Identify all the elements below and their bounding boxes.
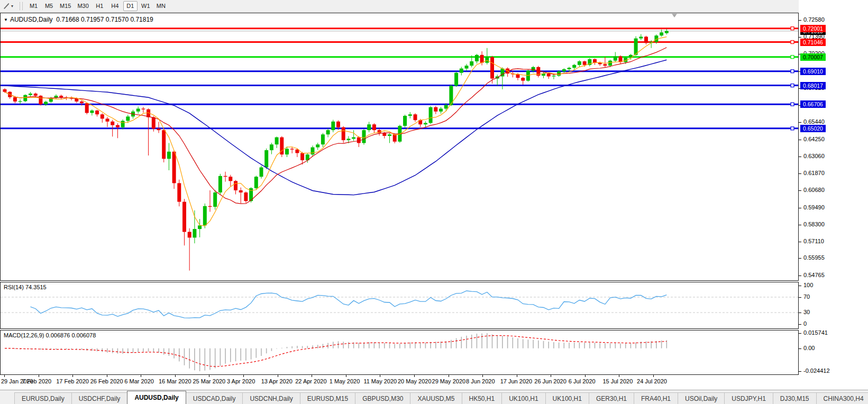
chart-tab-AUDUSD-Daily[interactable]: AUDUSD,Daily bbox=[127, 391, 186, 404]
date-axis[interactable]: 29 Jan 20207 Feb 202017 Feb 202026 Feb 2… bbox=[0, 375, 799, 390]
timeframe-button-M30[interactable]: M30 bbox=[75, 1, 91, 11]
axis-tick bbox=[799, 348, 801, 349]
axis-tick bbox=[799, 324, 801, 325]
timeframe-button-H4[interactable]: H4 bbox=[108, 1, 122, 11]
date-tick-label: 22 Apr 2020 bbox=[295, 378, 326, 384]
date-tick-label: 26 Feb 2020 bbox=[90, 378, 123, 384]
price-chart-panel[interactable] bbox=[0, 13, 799, 281]
date-tick bbox=[39, 375, 39, 377]
price-tick-label: 0.63060 bbox=[803, 153, 825, 159]
price-tick-label: 0.58300 bbox=[803, 221, 825, 227]
toolbar-grip-handle[interactable] bbox=[20, 2, 23, 10]
price-tick-label: 0.60680 bbox=[803, 187, 825, 193]
timeframe-button-M5[interactable]: M5 bbox=[42, 1, 56, 11]
axis-tick bbox=[799, 258, 801, 259]
price-tick-label: 100 bbox=[803, 282, 813, 288]
date-tick-label: 29 May 2020 bbox=[432, 378, 466, 384]
chart-tab-GER30-H1[interactable]: GER30,H1 bbox=[589, 392, 634, 404]
date-tick bbox=[585, 375, 586, 377]
date-tick-label: 1 May 2020 bbox=[330, 378, 360, 384]
timeframe-button-D1[interactable]: D1 bbox=[123, 1, 138, 11]
axis-tick bbox=[799, 208, 801, 208]
date-tick-label: 15 Jul 2020 bbox=[602, 378, 633, 384]
chart-tab-USDCHF-Daily[interactable]: USDCHF,Daily bbox=[71, 392, 128, 404]
chart-shift-marker-icon[interactable] bbox=[672, 14, 677, 17]
chart-tab-CHINA300-H4[interactable]: CHINA300,H4 bbox=[816, 392, 868, 404]
date-tick bbox=[517, 375, 517, 377]
axis-tick bbox=[799, 297, 801, 298]
chart-tab-FRA40-H1[interactable]: FRA40,H1 bbox=[634, 392, 678, 404]
hline-price-label: 0.72001 bbox=[800, 25, 826, 32]
macd-indicator-panel[interactable] bbox=[0, 330, 799, 375]
chevron-down-icon[interactable]: ▾ bbox=[11, 4, 13, 8]
hline-price-label: 0.65020 bbox=[800, 125, 826, 132]
hline-price-label: 0.68017 bbox=[800, 82, 826, 89]
timeframe-button-M1[interactable]: M1 bbox=[26, 1, 41, 11]
price-tick-label: 0.64250 bbox=[803, 136, 825, 142]
date-tick bbox=[449, 375, 449, 377]
axis-tick bbox=[799, 225, 801, 225]
price-tick-label: 0 bbox=[803, 320, 807, 327]
macd-label: MACD(12,26,9) 0.006876 0.006078 bbox=[4, 332, 96, 338]
chart-tab-UK100-H1[interactable]: UK100,H1 bbox=[501, 392, 545, 404]
macd-chart[interactable] bbox=[1, 330, 798, 374]
price-tick-label: 0.55955 bbox=[803, 254, 825, 261]
chart-title: ▼AUDUSD,Daily 0.71668 0.71957 0.71570 0.… bbox=[4, 16, 153, 23]
date-tick bbox=[4, 375, 5, 377]
chart-menu-icon[interactable]: ▼ bbox=[4, 17, 8, 22]
date-tick-label: 7 Feb 2020 bbox=[22, 378, 52, 384]
price-tick-label: 0.57110 bbox=[803, 238, 824, 244]
draw-tool-button[interactable]: ▾ bbox=[0, 0, 15, 12]
date-tick-label: 8 Jun 2020 bbox=[466, 378, 495, 384]
chart-tab-USDJPY-H1[interactable]: USDJPY,H1 bbox=[724, 392, 773, 404]
date-tick bbox=[414, 375, 415, 377]
price-tick-label: 30 bbox=[803, 309, 810, 315]
axis-tick bbox=[799, 276, 801, 276]
chart-tab-EURUSD-M15[interactable]: EURUSD,M15 bbox=[300, 392, 355, 404]
timeframe-button-W1[interactable]: W1 bbox=[139, 1, 153, 11]
price-axis[interactable]: 0.725800.713900.702000.690100.678200.666… bbox=[799, 0, 868, 404]
axis-tick bbox=[799, 190, 801, 191]
axis-tick bbox=[799, 173, 801, 174]
date-tick bbox=[482, 375, 483, 377]
chart-tab-DJ30-M15[interactable]: DJ30,M15 bbox=[773, 392, 817, 404]
axis-tick bbox=[799, 37, 801, 38]
date-tick-label: 16 Mar 2020 bbox=[159, 378, 191, 384]
hline-price-label: 0.69010 bbox=[800, 68, 826, 75]
price-tick-label: -0.024412 bbox=[803, 368, 830, 374]
rsi-name: RSI(14) bbox=[4, 284, 24, 290]
chart-tab-USDCAD-Daily[interactable]: USDCAD,Daily bbox=[186, 392, 243, 404]
date-tick bbox=[72, 375, 73, 377]
chart-tab-EURUSD-Daily[interactable]: EURUSD,Daily bbox=[14, 392, 72, 404]
timeframe-button-MN[interactable]: MN bbox=[154, 1, 168, 11]
chart-tab-bar: EURUSD,DailyUSDCHF,DailyAUDUSD,DailyUSDC… bbox=[0, 390, 868, 404]
macd-values: 0.006876 0.006078 bbox=[45, 332, 96, 338]
timeframe-button-M15[interactable]: M15 bbox=[57, 1, 74, 11]
date-tick bbox=[551, 375, 551, 377]
chart-tab-HK50-H1[interactable]: HK50,H1 bbox=[462, 392, 502, 404]
top-toolbar: ▾ M1M5M15M30H1H4D1W1MN bbox=[0, 0, 868, 12]
date-tick bbox=[346, 375, 346, 377]
macd-name: MACD(12,26,9) bbox=[4, 332, 44, 338]
date-tick bbox=[653, 375, 654, 377]
price-tick-label: 0.54765 bbox=[803, 272, 825, 278]
axis-tick bbox=[799, 286, 801, 286]
date-tick bbox=[175, 375, 176, 377]
hline-price-label: 0.66706 bbox=[800, 100, 826, 108]
chart-tab-GBPUSD-M30[interactable]: GBPUSD,M30 bbox=[355, 392, 410, 404]
date-tick-label: 25 Mar 2020 bbox=[193, 378, 225, 384]
axis-tick bbox=[799, 20, 801, 21]
axis-tick bbox=[799, 122, 801, 123]
candlestick-chart[interactable] bbox=[1, 13, 798, 280]
chart-tab-USDCNH-Daily[interactable]: USDCNH,Daily bbox=[242, 392, 300, 404]
rsi-chart[interactable] bbox=[1, 282, 798, 328]
date-tick-label: 6 Mar 2020 bbox=[124, 378, 154, 384]
chart-tab-USOil-Daily[interactable]: USOil,Daily bbox=[678, 392, 725, 404]
price-tick-label: 0.015741 bbox=[803, 329, 828, 336]
rsi-indicator-panel[interactable] bbox=[0, 282, 799, 329]
date-tick bbox=[312, 375, 312, 377]
chart-tab-UK100-H1[interactable]: UK100,H1 bbox=[545, 392, 589, 404]
date-tick-label: 6 Jul 2020 bbox=[569, 378, 596, 384]
chart-tab-XAUUSD-M5[interactable]: XAUUSD,M5 bbox=[410, 392, 462, 404]
timeframe-button-H1[interactable]: H1 bbox=[93, 1, 107, 11]
